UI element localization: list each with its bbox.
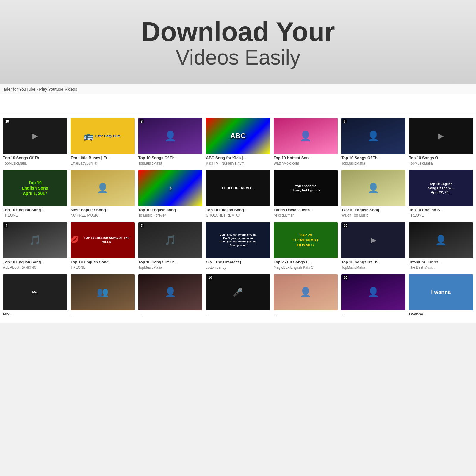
- video-card[interactable]: 👤10...: [341, 274, 405, 317]
- hero-section: Download Your Videos Easily: [0, 0, 476, 84]
- video-channel: TopMusicMafia: [3, 161, 67, 165]
- browser-bar-text: ader for YouTube - Play Youtube Videos: [4, 87, 77, 92]
- video-grid: ▶10Top 10 Songs Of Th...TopMusicMafia🚌Li…: [3, 118, 473, 317]
- video-title: Top 10 Songs O...: [409, 156, 473, 161]
- video-channel: Kids TV - Nursery Rhym: [206, 161, 270, 165]
- video-card[interactable]: 👤7Top 10 Songs Of Th...TopMusicMafia: [138, 118, 202, 165]
- video-card[interactable]: 🎤10...: [206, 274, 270, 317]
- video-channel: MagicBox English Kids C: [274, 265, 338, 270]
- video-channel: TopMusicMafia: [409, 161, 473, 165]
- video-title: Top 10 English Song...: [71, 260, 134, 265]
- video-card[interactable]: Top 10 English Song Of The W... April 22…: [409, 170, 473, 217]
- video-title: Top 10 English Song...: [3, 208, 67, 213]
- video-channel: WatchMojo.com: [274, 161, 338, 165]
- video-title: I wanna...: [409, 312, 473, 317]
- video-title: Top 10 English song...: [138, 208, 202, 213]
- nav-area: [0, 94, 476, 112]
- video-title: ABC Song for Kids |...: [206, 156, 270, 161]
- video-channel: LittleBabyBum ®: [71, 161, 134, 165]
- video-title: Titanium - Chris...: [409, 260, 473, 265]
- hero-title-sub: Videos Easily: [6, 46, 470, 69]
- video-card[interactable]: Top 10 English Song April 1, 2017Top 10 …: [3, 170, 67, 217]
- video-channel: TopMusicMafia: [341, 161, 405, 165]
- video-card[interactable]: Don't give up, I won't give up Don't giv…: [206, 222, 270, 270]
- video-title: Sia - The Greatest (...: [206, 260, 270, 265]
- browser-bar: ader for YouTube - Play Youtube Videos: [0, 84, 476, 94]
- video-title: Mix...: [3, 312, 67, 317]
- video-title: ...: [341, 312, 405, 317]
- hero-title-main: Download Your: [6, 18, 470, 46]
- video-title: Top 10 Songs Of Th...: [341, 156, 405, 161]
- video-card[interactable]: You shoot me down, but I get upLyrics Da…: [274, 170, 338, 217]
- video-channel: lyricsguyman: [274, 213, 338, 217]
- video-title: Lyrics David Guetta...: [274, 208, 338, 213]
- video-card[interactable]: I wannaI wanna...: [409, 274, 473, 317]
- video-card[interactable]: 👤Titanium - Chris...The Best Musi...: [409, 222, 473, 270]
- video-title: Ten Little Buses | Fr...: [71, 156, 134, 161]
- video-channel: NC FREE MUSIC: [71, 213, 134, 217]
- video-title: Top 10 English Song...: [206, 208, 270, 213]
- video-grid-wrapper: ▶10Top 10 Songs Of Th...TopMusicMafia🚌Li…: [0, 112, 476, 323]
- video-card[interactable]: 👤Most Popular Song...NC FREE MUSIC: [71, 170, 134, 217]
- video-card[interactable]: 🎵4Top 10 English Song...ALL About RANKIN…: [3, 222, 67, 270]
- video-title: Top 10 Songs Of Th...: [3, 156, 67, 161]
- video-channel: TREONE: [3, 213, 67, 217]
- video-channel: ALL About RANKING: [3, 265, 67, 270]
- video-title: TOP10 English Song...: [341, 208, 405, 213]
- video-channel: TopMusicMafia: [341, 265, 405, 270]
- video-card[interactable]: 👤Top 10 Hottest Son...WatchMojo.com: [274, 118, 338, 165]
- video-title: ...: [138, 312, 202, 317]
- video-channel: The Best Musi...: [409, 265, 473, 270]
- video-channel: Watch Top Music: [341, 213, 405, 217]
- video-card[interactable]: ▶10Top 10 Songs Of Th...TopMusicMafia: [341, 222, 405, 270]
- video-title: Top 10 Hottest Son...: [274, 156, 338, 161]
- video-title: Top 10 Songs Of Th...: [341, 260, 405, 265]
- video-card[interactable]: MixMix...: [3, 274, 67, 317]
- video-card[interactable]: ♪Top 10 English song...To Music Forever: [138, 170, 202, 217]
- video-card[interactable]: 👤TOP10 English Song...Watch Top Music: [341, 170, 405, 217]
- video-channel: TopMusicMafia: [138, 265, 202, 270]
- video-card[interactable]: 👤...: [138, 274, 202, 317]
- video-channel: To Music Forever: [138, 213, 202, 217]
- video-title: ...: [71, 312, 134, 317]
- video-channel: cotton candy: [206, 265, 270, 270]
- video-card[interactable]: 🚌Little Baby BumTen Little Buses | Fr...…: [71, 118, 134, 165]
- video-title: Top 10 Songs Of Th...: [138, 156, 202, 161]
- video-card[interactable]: ▶Top 10 Songs O...TopMusicMafia: [409, 118, 473, 165]
- video-card[interactable]: 👤...: [274, 274, 338, 317]
- video-card[interactable]: ▶10Top 10 Songs Of Th...TopMusicMafia: [3, 118, 67, 165]
- video-card[interactable]: ABCABC Song for Kids |...Kids TV - Nurse…: [206, 118, 270, 165]
- video-card[interactable]: 👥...: [71, 274, 134, 317]
- video-card[interactable]: CHOLCHET REMIX...Top 10 English Song...C…: [206, 170, 270, 217]
- video-card[interactable]: 🎵7Top 10 Songs Of Th...TopMusicMafia: [138, 222, 202, 270]
- video-card[interactable]: TOP 25 ELEMENTARY RHYMESTop 25 Hit Songs…: [274, 222, 338, 270]
- video-title: Top 10 English S...: [409, 208, 473, 213]
- video-card[interactable]: 💋TOP 10 ENGLISH SONG OF THE WEEKTop 10 E…: [71, 222, 134, 270]
- video-channel: CHOLCHET REMIX3: [206, 213, 270, 217]
- video-title: ...: [206, 312, 270, 317]
- video-title: Top 10 English Song...: [3, 260, 67, 265]
- video-title: Top 25 Hit Songs F...: [274, 260, 338, 265]
- video-title: Most Popular Song...: [71, 208, 134, 213]
- video-title: ...: [274, 312, 338, 317]
- video-card[interactable]: 👤8Top 10 Songs Of Th...TopMusicMafia: [341, 118, 405, 165]
- video-channel: TREONE: [409, 213, 473, 217]
- video-channel: TopMusicMafia: [138, 161, 202, 165]
- video-channel: TREONE: [71, 265, 134, 270]
- video-title: Top 10 Songs Of Th...: [138, 260, 202, 265]
